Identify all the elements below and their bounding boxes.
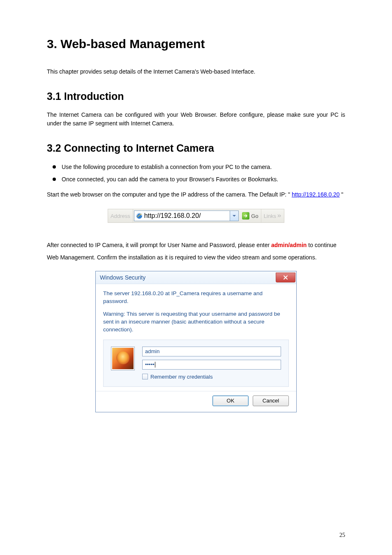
dialog-title: Windows Security	[100, 274, 145, 281]
user-avatar	[111, 347, 135, 370]
close-icon	[283, 275, 288, 280]
windows-security-dialog: Windows Security The server 192.168.0.20…	[95, 271, 297, 412]
dialog-titlebar: Windows Security	[96, 271, 296, 284]
intro-paragraph: This chapter provides setup details of t…	[47, 67, 345, 76]
text-caret	[155, 362, 155, 368]
dialog-footer: OK Cancel	[96, 391, 296, 412]
heading-main: 3. Web-based Management	[47, 37, 345, 51]
text-fragment: "	[340, 191, 344, 198]
address-input[interactable]: http://192.168.0.20/	[134, 210, 231, 221]
section-3-2-title: 3.2 Connecting to Internet Camera	[47, 142, 345, 154]
chevron-right-icon	[277, 214, 281, 217]
remember-credentials-row[interactable]: Remember my credentials	[142, 374, 281, 380]
address-dropdown-button[interactable]	[230, 210, 239, 221]
go-button[interactable]: Go	[240, 209, 261, 222]
password-mask: •••••	[145, 361, 154, 368]
password-field[interactable]: •••••	[142, 360, 281, 370]
ok-button[interactable]: OK	[212, 395, 249, 406]
dialog-message-1: The server 192.168.0.20 at IP_Camera req…	[103, 290, 289, 305]
go-arrow-icon	[242, 212, 249, 220]
credentials-box: admin ••••• Remember my credentials	[103, 340, 289, 387]
remember-checkbox[interactable]	[142, 374, 148, 379]
close-button[interactable]	[276, 273, 295, 282]
text-fragment: Start the web browser on the computer an…	[47, 191, 292, 198]
start-browser-paragraph: Start the web browser on the computer an…	[47, 190, 345, 199]
username-field[interactable]: admin	[142, 347, 281, 356]
links-menu[interactable]: Links	[261, 209, 284, 222]
ie-icon	[136, 213, 143, 219]
after-connect-paragraph: After connected to IP Camera, it will pr…	[47, 239, 345, 264]
list-item: Use the following procedure to establish…	[47, 162, 345, 172]
admin-credentials-text: admin/admin	[271, 242, 307, 248]
cancel-button[interactable]: Cancel	[253, 395, 289, 406]
ip-address-link[interactable]: http://192.168.0.20	[292, 191, 340, 198]
section-3-1-title: 3.1 Introduction	[47, 90, 345, 102]
address-url-text: http://192.168.0.20/	[144, 212, 201, 220]
section-3-1-body: The Internet Camera can be configured wi…	[47, 111, 345, 128]
list-item: Once connected, you can add the camera t…	[47, 175, 345, 185]
go-label: Go	[251, 213, 258, 219]
address-bar-screenshot: Address http://192.168.0.20/ Go	[108, 209, 284, 223]
username-value: admin	[145, 348, 159, 354]
text-fragment: After connected to IP Camera, it will pr…	[47, 242, 271, 248]
page-number: 25	[339, 532, 345, 539]
address-label: Address	[108, 209, 133, 222]
remember-label: Remember my credentials	[150, 374, 213, 380]
bullet-list: Use the following procedure to establish…	[47, 162, 345, 185]
dialog-message-2: Warning: This server is requesting that …	[103, 310, 289, 334]
links-label-text: Links	[264, 213, 276, 219]
